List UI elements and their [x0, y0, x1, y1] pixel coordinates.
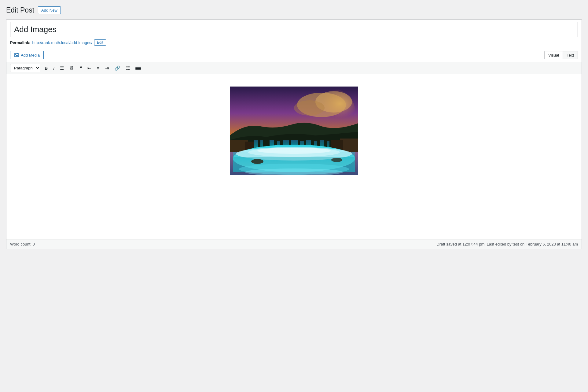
add-media-label: Add Media: [21, 53, 40, 57]
page-title: Edit Post: [6, 6, 34, 14]
add-media-button[interactable]: Add Media: [10, 51, 44, 59]
editor-content[interactable]: [6, 74, 582, 239]
align-right-icon: ⇥: [105, 66, 109, 70]
blockquote-button[interactable]: ❝: [77, 64, 84, 72]
align-center-icon: ≡: [97, 66, 100, 70]
add-media-icon: [14, 53, 19, 57]
toolbar-row: Add Media Visual Text: [6, 48, 582, 62]
paragraph-select[interactable]: Paragraph: [10, 64, 40, 72]
visual-tab[interactable]: Visual: [544, 51, 563, 59]
bold-button[interactable]: B: [42, 65, 50, 72]
align-left-icon: ⇤: [87, 66, 91, 70]
more-options-button[interactable]: ☷: [123, 64, 132, 72]
svg-rect-7: [135, 69, 141, 70]
title-area: [6, 20, 582, 37]
link-button[interactable]: 🔗: [112, 64, 123, 72]
visual-text-tabs: Visual Text: [544, 51, 578, 59]
editor-container: Permalink: http://rank-math.local/add-im…: [6, 19, 582, 249]
page-header: Edit Post Add New: [6, 6, 582, 14]
align-center-button[interactable]: ≡: [94, 64, 102, 72]
kitchen-sink-button[interactable]: [133, 64, 143, 72]
editor-footer: Word count: 0 Draft saved at 12:07:44 pm…: [6, 239, 582, 249]
svg-rect-6: [135, 68, 141, 69]
ordered-list-button[interactable]: ⛓: [67, 64, 76, 72]
format-toolbar: Paragraph B I ☰ ⛓ ❝ ⇤ ≡: [6, 62, 582, 74]
editor-image: [230, 87, 358, 175]
unordered-list-button[interactable]: ☰: [57, 64, 66, 72]
add-new-button[interactable]: Add New: [38, 6, 61, 14]
italic-button[interactable]: I: [51, 65, 57, 72]
text-tab[interactable]: Text: [563, 51, 578, 59]
permalink-label: Permalink:: [10, 40, 30, 45]
permalink-url[interactable]: http://rank-math.local/add-images/: [32, 40, 92, 45]
draft-status: Draft saved at 12:07:44 pm. Last edited …: [436, 242, 578, 246]
ordered-list-icon: ⛓: [69, 66, 74, 70]
unordered-list-icon: ☰: [60, 66, 64, 70]
svg-rect-4: [135, 66, 141, 66]
italic-icon: I: [53, 66, 54, 70]
align-right-button[interactable]: ⇥: [103, 64, 112, 72]
kitchen-sink-icon: [135, 66, 141, 71]
permalink-row: Permalink: http://rank-math.local/add-im…: [6, 37, 582, 48]
more-options-icon: ☷: [126, 66, 130, 70]
waterfall-image: [230, 87, 358, 175]
svg-point-35: [331, 158, 342, 162]
align-left-button[interactable]: ⇤: [85, 64, 94, 72]
blockquote-icon: ❝: [79, 66, 82, 70]
word-count: Word count: 0: [10, 242, 35, 246]
link-icon: 🔗: [115, 66, 120, 70]
permalink-edit-button[interactable]: Edit: [94, 39, 106, 46]
svg-point-12: [294, 100, 325, 116]
svg-rect-5: [135, 67, 141, 68]
bold-icon: B: [45, 66, 48, 70]
svg-point-32: [257, 148, 331, 154]
svg-point-34: [251, 159, 263, 164]
post-title-input[interactable]: [10, 22, 578, 37]
